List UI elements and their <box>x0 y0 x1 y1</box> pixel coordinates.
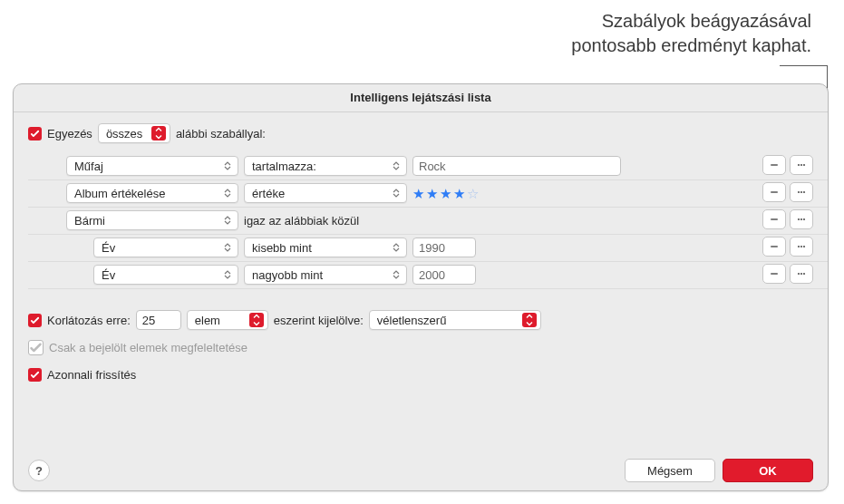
rule-field-select[interactable]: Év <box>93 265 238 285</box>
minus-icon <box>769 187 780 198</box>
star-filled-icon: ★ <box>426 187 438 200</box>
rule-value-input[interactable] <box>412 265 476 285</box>
ellipsis-icon <box>796 187 807 198</box>
match-row: Egyezés összes alábbi szabállyal: <box>28 123 813 143</box>
rule-field-select[interactable]: Műfaj <box>66 156 238 176</box>
svg-point-7 <box>803 191 805 193</box>
ellipsis-icon <box>796 241 807 252</box>
svg-point-1 <box>798 164 800 166</box>
annotation-line-2: pontosabb eredményt kaphat. <box>571 34 811 58</box>
dialog-footer: ? Mégsem OK <box>14 451 828 490</box>
add-rule-button[interactable] <box>790 182 813 202</box>
updown-caret-icon <box>151 126 166 141</box>
updown-caret-icon <box>390 243 403 252</box>
updown-caret-icon <box>390 270 403 279</box>
annotation-callout: Szabályok beágyazásával pontosabb eredmé… <box>571 9 811 58</box>
svg-rect-0 <box>771 164 778 166</box>
only-checked-label: Csak a bejelölt elemek megfeleltetése <box>49 341 247 354</box>
limit-checkbox[interactable] <box>28 314 42 327</box>
svg-point-15 <box>803 246 805 247</box>
match-mode-value: összes <box>106 127 146 141</box>
star-empty-icon: ☆ <box>467 187 479 200</box>
rule-operator-select[interactable]: nagyobb mint <box>244 265 407 285</box>
minus-icon <box>769 160 780 170</box>
remove-rule-button[interactable] <box>762 264 786 284</box>
limit-label: Korlátozás erre: <box>47 314 131 327</box>
selected-by-select[interactable]: véletlenszerű <box>369 310 541 330</box>
rule-field-select[interactable]: Bármi <box>66 210 238 230</box>
svg-point-17 <box>798 273 800 275</box>
live-update-label: Azonnali frissítés <box>47 368 136 382</box>
minus-icon <box>769 268 780 279</box>
match-mode-select[interactable]: összes <box>98 123 170 143</box>
svg-point-11 <box>803 218 805 220</box>
only-checked-row: Csak a bejelölt elemek megfeleltetése <box>28 335 813 359</box>
rule-field-select[interactable]: Album értékelése <box>66 183 238 203</box>
rule-group-text: igaz az alábbiak közül <box>244 214 359 228</box>
minus-icon <box>769 241 780 252</box>
rule-value-stars[interactable]: ★ ★ ★ ★ ☆ <box>412 187 479 200</box>
svg-point-5 <box>798 191 800 193</box>
rules-list: Műfaj tartalmazza: <box>28 152 813 288</box>
rule-operator-select[interactable]: kisebb mint <box>244 237 407 257</box>
rule-row: Műfaj tartalmazza: <box>66 152 813 179</box>
updown-caret-icon <box>221 189 234 198</box>
svg-point-19 <box>803 273 805 275</box>
svg-point-18 <box>800 273 802 275</box>
help-button[interactable]: ? <box>28 460 50 481</box>
updown-caret-icon <box>249 313 264 327</box>
updown-caret-icon <box>522 313 537 327</box>
svg-rect-16 <box>771 273 778 275</box>
match-post-label: alábbi szabállyal: <box>176 127 266 141</box>
svg-point-2 <box>800 164 802 166</box>
remove-rule-button[interactable] <box>762 237 786 257</box>
svg-rect-4 <box>771 191 778 193</box>
annotation-line-1: Szabályok beágyazásával <box>571 9 811 34</box>
updown-caret-icon <box>390 189 403 198</box>
limit-count-input[interactable] <box>136 310 181 330</box>
svg-point-3 <box>803 164 805 166</box>
match-pre-label: Egyezés <box>47 127 92 141</box>
only-checked-checkbox[interactable] <box>28 340 44 355</box>
minus-icon <box>769 214 780 225</box>
star-filled-icon: ★ <box>412 187 424 200</box>
remove-rule-button[interactable] <box>762 182 786 202</box>
rule-row: Év nagyobb mint <box>66 261 813 288</box>
remove-rule-button[interactable] <box>762 209 786 229</box>
add-rule-button[interactable] <box>790 264 813 284</box>
limit-row: Korlátozás erre: elem eszerint kijelölve… <box>28 308 813 332</box>
rule-operator-select[interactable]: tartalmazza: <box>244 156 407 176</box>
smart-playlist-dialog: Intelligens lejátszási lista Egyezés öss… <box>13 83 829 491</box>
svg-rect-8 <box>771 218 778 220</box>
updown-caret-icon <box>221 216 234 225</box>
options-area: Korlátozás erre: elem eszerint kijelölve… <box>28 308 813 386</box>
rule-row: Év kisebb mint <box>66 234 813 261</box>
add-rule-button[interactable] <box>790 209 813 229</box>
rule-value-input[interactable] <box>412 237 476 257</box>
ok-button[interactable]: OK <box>723 459 813 482</box>
rule-value-input[interactable] <box>412 156 621 176</box>
add-rule-button[interactable] <box>790 155 813 175</box>
star-filled-icon: ★ <box>440 187 451 200</box>
svg-point-14 <box>800 246 802 247</box>
updown-caret-icon <box>221 270 234 279</box>
live-update-row: Azonnali frissítés <box>28 363 813 386</box>
rule-row: Album értékelése értéke <box>66 179 813 207</box>
limit-unit-select[interactable]: elem <box>187 310 268 330</box>
updown-caret-icon <box>221 161 234 170</box>
updown-caret-icon <box>390 161 403 170</box>
ellipsis-icon <box>796 160 807 170</box>
svg-point-10 <box>800 218 802 220</box>
add-rule-button[interactable] <box>790 237 813 257</box>
rule-operator-select[interactable]: értéke <box>244 183 407 203</box>
cancel-button[interactable]: Mégsem <box>625 459 715 482</box>
ellipsis-icon <box>796 268 807 279</box>
remove-rule-button[interactable] <box>762 155 786 175</box>
live-update-checkbox[interactable] <box>28 368 42 382</box>
ellipsis-icon <box>796 214 807 225</box>
rule-field-select[interactable]: Év <box>93 237 238 257</box>
svg-point-6 <box>800 191 802 193</box>
updown-caret-icon <box>221 243 234 252</box>
svg-rect-12 <box>771 246 778 247</box>
match-checkbox[interactable] <box>28 127 42 141</box>
